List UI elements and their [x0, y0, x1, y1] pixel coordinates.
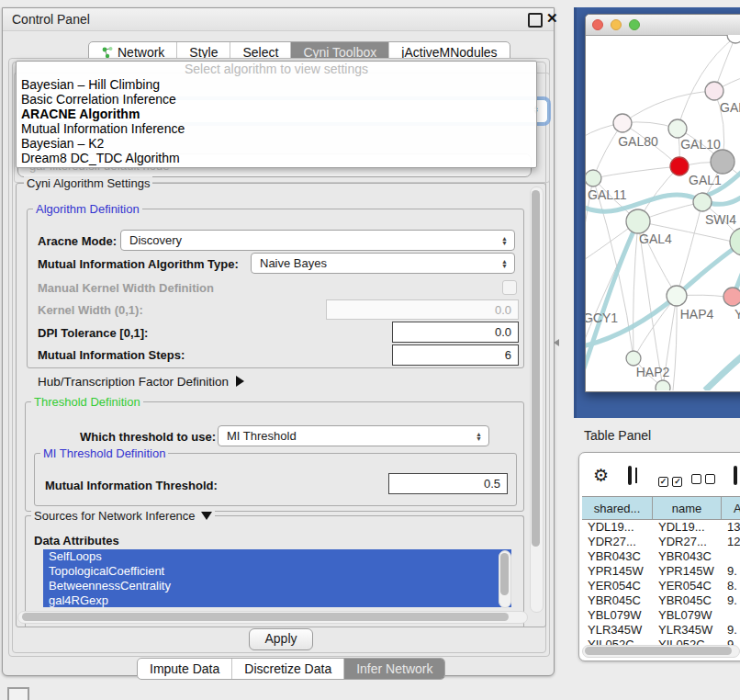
apply-button[interactable]: Apply	[249, 628, 313, 650]
combo-spinner-icon: ▲▼	[476, 432, 488, 441]
table-row[interactable]: YLR345WYLR345W9.	[582, 623, 740, 638]
node-label: GAL80	[618, 134, 658, 149]
attribute-item[interactable]: BetweennessCentrality	[43, 579, 511, 593]
mi-steps-field[interactable]: 6	[392, 344, 519, 366]
dropdown-item-aracne[interactable]: ARACNE Algorithm	[17, 107, 536, 121]
panel-icon-partial[interactable]	[734, 466, 737, 485]
algorithm-definition-legend: Algorithm Definition	[33, 202, 142, 216]
which-threshold-value: MI Threshold	[227, 429, 297, 443]
mi-type-combobox[interactable]: Naive Bayes ▲▼	[251, 253, 515, 274]
network-node-hap4[interactable]	[667, 286, 687, 306]
table-row[interactable]: YIL052CYIL052C9.	[582, 638, 740, 645]
manual-kernel-checkbox[interactable]	[502, 280, 517, 295]
hub-definition-label: Hub/Transcription Factor Definition	[38, 375, 229, 389]
dpi-tolerance-field[interactable]: 0.0	[392, 322, 519, 343]
network-node-gal1-selected[interactable]	[670, 157, 689, 175]
which-threshold-combobox[interactable]: MI Threshold ▲▼	[218, 425, 489, 446]
column-header-shared-name[interactable]: shared...	[582, 497, 653, 519]
hub-definition-expander[interactable]: Hub/Transcription Factor Definition	[38, 375, 244, 389]
table-row[interactable]: YER054CYER054C8.	[582, 579, 740, 593]
attribute-item[interactable]: TopologicalCoefficient	[43, 564, 511, 579]
scrollbar-thumb[interactable]	[585, 647, 732, 655]
network-node-salmon[interactable]	[723, 288, 740, 306]
zoom-traffic-light-icon[interactable]	[629, 19, 640, 30]
node-label: GAL11	[588, 187, 627, 202]
threshold-definition-legend: Threshold Definition	[31, 395, 143, 409]
table-row[interactable]: YBL079WYBL079W	[582, 608, 740, 623]
mi-steps-label: Mutual Information Steps:	[38, 348, 185, 362]
settings-horizontal-scrollbar[interactable]	[17, 611, 528, 624]
combo-spinner-icon: ▲▼	[501, 259, 514, 268]
table-row[interactable]: YPR145WYPR145W9.	[582, 564, 740, 579]
attributes-vertical-scrollbar[interactable]	[499, 550, 511, 608]
aracne-mode-value: Discovery	[129, 233, 182, 247]
minimize-traffic-light-icon[interactable]	[611, 19, 622, 30]
network-node-gal10[interactable]	[668, 119, 687, 138]
mi-steps-value: 6	[505, 348, 511, 362]
deselect-all-columns-icon[interactable]	[691, 471, 715, 488]
settings-vertical-scrollbar[interactable]	[530, 186, 544, 613]
data-attributes-label: Data Attributes	[34, 534, 119, 548]
mi-type-value: Naive Bayes	[260, 256, 327, 270]
kernel-width-field[interactable]: 0.0	[326, 299, 519, 320]
network-node-gal11[interactable]	[586, 170, 601, 186]
dropdown-item[interactable]: Mutual Information Inference	[17, 121, 536, 136]
tab-discretize-data[interactable]: Discretize Data	[231, 659, 343, 679]
mi-threshold-field[interactable]: 0.5	[388, 473, 508, 494]
kernel-width-value: 0.0	[495, 303, 511, 317]
table-row[interactable]: YDL19...YDL19...13	[582, 520, 740, 535]
network-node-swi4[interactable]	[693, 193, 712, 211]
attribute-item[interactable]: gal4RGexp	[43, 593, 511, 607]
collapse-down-icon	[201, 512, 212, 520]
scrollbar-thumb[interactable]	[532, 190, 540, 547]
network-node-hap2[interactable]	[626, 351, 641, 366]
mi-threshold-value: 0.5	[484, 477, 500, 491]
combo-spinner-icon: ▲▼	[501, 236, 514, 245]
tab-impute-data[interactable]: Impute Data	[138, 659, 231, 679]
column-header-partial[interactable]: A	[722, 497, 740, 519]
mi-threshold-legend: MI Threshold Definition	[40, 446, 168, 460]
dropdown-item[interactable]: Bayesian – Hill Climbing	[17, 77, 536, 92]
close-icon[interactable]: ✕	[546, 10, 558, 27]
dpi-tolerance-label: DPI Tolerance [0,1]:	[38, 326, 148, 340]
network-graph[interactable]: GAL GAL80 GAL10 GAL1 GAL11 SWI4 GAL4 GCY…	[586, 35, 740, 390]
float-window-icon[interactable]	[528, 13, 543, 28]
table-row[interactable]: YBR043CYBR043C	[582, 549, 740, 564]
which-threshold-label: Which threshold to use:	[80, 430, 216, 444]
attribute-item[interactable]: SelfLoops	[43, 549, 511, 564]
node-label: GAL10	[680, 137, 721, 152]
sources-legend[interactable]: Sources for Network Inference	[31, 509, 215, 523]
column-layout-icon[interactable]	[628, 466, 632, 485]
node-label: GAL	[720, 100, 740, 115]
network-node-gal80[interactable]	[613, 114, 632, 132]
mi-type-label: Mutual Information Algorithm Type:	[38, 257, 239, 271]
tab-infer-network[interactable]: Infer Network	[343, 659, 444, 679]
node-label: GCY1	[586, 310, 618, 325]
network-node[interactable]	[705, 82, 723, 100]
gear-icon[interactable]: ⚙	[593, 467, 609, 484]
table-row[interactable]: YBR045CYBR045C9.	[582, 593, 740, 608]
table-panel-title: Table Panel	[584, 428, 651, 443]
dropdown-item[interactable]: Basic Correlation Inference	[17, 92, 536, 107]
select-all-columns-icon[interactable]: ✓ ✓	[658, 471, 682, 488]
dropdown-prompt: Select algorithm to view settings	[17, 62, 536, 77]
control-panel-titlebar[interactable]: Control Panel ✕	[3, 8, 554, 31]
node-label: GAL1	[689, 173, 722, 187]
table-row[interactable]: YDR27...YDR27...12	[582, 535, 740, 549]
table-horizontal-scrollbar[interactable]	[582, 645, 740, 658]
dock-panel-icon[interactable]	[7, 687, 29, 700]
network-node-gal4[interactable]	[626, 209, 650, 233]
network-node-gray[interactable]	[711, 150, 734, 174]
close-traffic-light-icon[interactable]	[592, 19, 603, 30]
dropdown-item[interactable]: Dream8 DC_TDC Algorithm	[17, 151, 536, 165]
column-header-name[interactable]: name	[653, 497, 722, 519]
cyni-settings-legend: Cyni Algorithm Settings	[24, 176, 152, 190]
data-attributes-list: SelfLoops TopologicalCoefficient Between…	[43, 549, 511, 607]
scrollbar-thumb[interactable]	[22, 613, 509, 621]
dropdown-item[interactable]: Bayesian – K2	[17, 136, 536, 151]
network-window-titlebar[interactable]	[586, 15, 740, 36]
aracne-mode-combobox[interactable]: Discovery ▲▼	[120, 230, 515, 251]
network-node[interactable]	[656, 380, 670, 390]
panel-divider-grip[interactable]	[554, 339, 559, 346]
scrollbar-thumb[interactable]	[500, 553, 509, 595]
